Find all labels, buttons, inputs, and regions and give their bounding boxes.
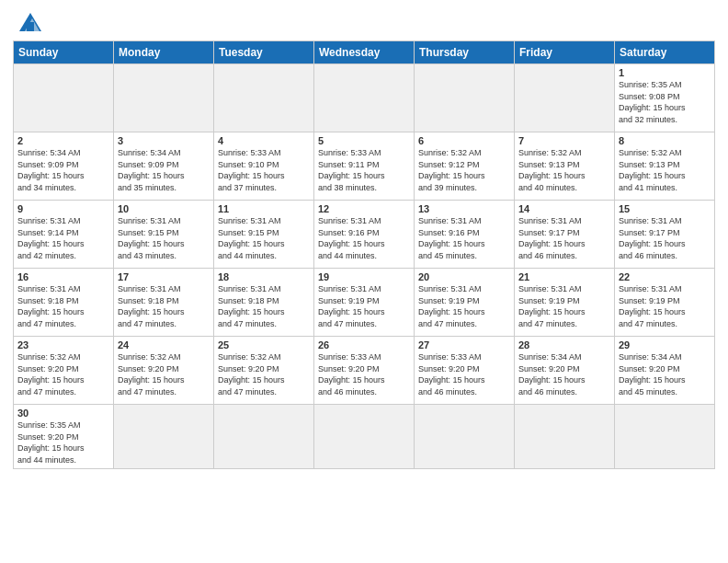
day-number: 20 xyxy=(418,271,510,282)
day-number: 23 xyxy=(17,339,109,350)
weekday-header-saturday: Saturday xyxy=(615,41,715,64)
day-info: Sunrise: 5:33 AM Sunset: 9:20 PM Dayligh… xyxy=(318,351,410,397)
week-row-5: 23Sunrise: 5:32 AM Sunset: 9:20 PM Dayli… xyxy=(14,337,715,405)
day-cell xyxy=(214,64,314,132)
svg-rect-2 xyxy=(27,22,34,31)
day-cell: 21Sunrise: 5:31 AM Sunset: 9:19 PM Dayli… xyxy=(515,269,615,337)
day-number: 21 xyxy=(518,271,610,282)
day-info: Sunrise: 5:31 AM Sunset: 9:17 PM Dayligh… xyxy=(518,215,610,261)
day-info: Sunrise: 5:31 AM Sunset: 9:19 PM Dayligh… xyxy=(518,283,610,329)
day-cell xyxy=(314,405,415,469)
day-cell: 1Sunrise: 5:35 AM Sunset: 9:08 PM Daylig… xyxy=(615,64,715,132)
day-number: 5 xyxy=(318,135,410,146)
day-number: 9 xyxy=(17,203,109,214)
day-number: 14 xyxy=(518,203,610,214)
day-cell: 5Sunrise: 5:33 AM Sunset: 9:11 PM Daylig… xyxy=(314,132,415,201)
day-number: 8 xyxy=(619,135,711,146)
day-cell: 9Sunrise: 5:31 AM Sunset: 9:14 PM Daylig… xyxy=(14,201,114,269)
weekday-header-row: SundayMondayTuesdayWednesdayThursdayFrid… xyxy=(14,41,715,64)
day-info: Sunrise: 5:31 AM Sunset: 9:16 PM Dayligh… xyxy=(418,215,510,261)
day-number: 22 xyxy=(619,271,711,282)
day-cell: 12Sunrise: 5:31 AM Sunset: 9:16 PM Dayli… xyxy=(314,201,415,269)
day-info: Sunrise: 5:31 AM Sunset: 9:19 PM Dayligh… xyxy=(418,283,510,329)
day-cell: 3Sunrise: 5:34 AM Sunset: 9:09 PM Daylig… xyxy=(114,132,214,201)
calendar-table: SundayMondayTuesdayWednesdayThursdayFrid… xyxy=(13,40,715,469)
day-cell: 25Sunrise: 5:32 AM Sunset: 9:20 PM Dayli… xyxy=(214,337,314,405)
day-cell: 29Sunrise: 5:34 AM Sunset: 9:20 PM Dayli… xyxy=(615,337,715,405)
logo-icon xyxy=(16,9,45,35)
day-cell: 27Sunrise: 5:33 AM Sunset: 9:20 PM Dayli… xyxy=(415,337,515,405)
day-cell: 20Sunrise: 5:31 AM Sunset: 9:19 PM Dayli… xyxy=(415,269,515,337)
day-info: Sunrise: 5:34 AM Sunset: 9:09 PM Dayligh… xyxy=(118,147,210,193)
week-row-2: 2Sunrise: 5:34 AM Sunset: 9:09 PM Daylig… xyxy=(14,132,715,201)
day-info: Sunrise: 5:31 AM Sunset: 9:16 PM Dayligh… xyxy=(318,215,410,261)
day-number: 15 xyxy=(619,203,711,214)
day-number: 1 xyxy=(619,67,711,78)
day-info: Sunrise: 5:32 AM Sunset: 9:12 PM Dayligh… xyxy=(418,147,510,193)
day-number: 30 xyxy=(17,408,109,419)
day-number: 13 xyxy=(418,203,510,214)
week-row-1: 1Sunrise: 5:35 AM Sunset: 9:08 PM Daylig… xyxy=(14,64,715,132)
day-cell xyxy=(14,64,114,132)
day-info: Sunrise: 5:31 AM Sunset: 9:15 PM Dayligh… xyxy=(118,215,210,261)
weekday-header-monday: Monday xyxy=(114,41,214,64)
day-cell: 17Sunrise: 5:31 AM Sunset: 9:18 PM Dayli… xyxy=(114,269,214,337)
weekday-header-thursday: Thursday xyxy=(415,41,515,64)
weekday-header-sunday: Sunday xyxy=(14,41,114,64)
day-info: Sunrise: 5:33 AM Sunset: 9:11 PM Dayligh… xyxy=(318,147,410,193)
day-number: 27 xyxy=(418,339,510,350)
day-number: 7 xyxy=(518,135,610,146)
weekday-header-tuesday: Tuesday xyxy=(214,41,314,64)
day-info: Sunrise: 5:31 AM Sunset: 9:19 PM Dayligh… xyxy=(318,283,410,329)
day-info: Sunrise: 5:32 AM Sunset: 9:13 PM Dayligh… xyxy=(518,147,610,193)
day-info: Sunrise: 5:33 AM Sunset: 9:10 PM Dayligh… xyxy=(218,147,310,193)
day-cell xyxy=(515,64,615,132)
calendar-header xyxy=(13,9,715,35)
day-info: Sunrise: 5:31 AM Sunset: 9:19 PM Dayligh… xyxy=(619,283,711,329)
day-cell: 6Sunrise: 5:32 AM Sunset: 9:12 PM Daylig… xyxy=(415,132,515,201)
day-info: Sunrise: 5:31 AM Sunset: 9:18 PM Dayligh… xyxy=(218,283,310,329)
day-cell: 19Sunrise: 5:31 AM Sunset: 9:19 PM Dayli… xyxy=(314,269,415,337)
day-cell: 30Sunrise: 5:35 AM Sunset: 9:20 PM Dayli… xyxy=(14,405,114,469)
day-number: 3 xyxy=(118,135,210,146)
day-cell: 24Sunrise: 5:32 AM Sunset: 9:20 PM Dayli… xyxy=(114,337,214,405)
day-number: 26 xyxy=(318,339,410,350)
logo xyxy=(13,9,45,35)
day-cell: 18Sunrise: 5:31 AM Sunset: 9:18 PM Dayli… xyxy=(214,269,314,337)
day-number: 24 xyxy=(118,339,210,350)
weekday-header-friday: Friday xyxy=(515,41,615,64)
day-cell: 14Sunrise: 5:31 AM Sunset: 9:17 PM Dayli… xyxy=(515,201,615,269)
day-number: 25 xyxy=(218,339,310,350)
day-info: Sunrise: 5:32 AM Sunset: 9:20 PM Dayligh… xyxy=(118,351,210,397)
day-info: Sunrise: 5:31 AM Sunset: 9:17 PM Dayligh… xyxy=(619,215,711,261)
day-info: Sunrise: 5:34 AM Sunset: 9:09 PM Dayligh… xyxy=(17,147,109,193)
day-cell: 15Sunrise: 5:31 AM Sunset: 9:17 PM Dayli… xyxy=(615,201,715,269)
day-cell: 23Sunrise: 5:32 AM Sunset: 9:20 PM Dayli… xyxy=(14,337,114,405)
calendar-page: SundayMondayTuesdayWednesdayThursdayFrid… xyxy=(0,0,728,478)
day-cell: 13Sunrise: 5:31 AM Sunset: 9:16 PM Dayli… xyxy=(415,201,515,269)
day-cell: 16Sunrise: 5:31 AM Sunset: 9:18 PM Dayli… xyxy=(14,269,114,337)
day-cell: 10Sunrise: 5:31 AM Sunset: 9:15 PM Dayli… xyxy=(114,201,214,269)
day-number: 10 xyxy=(118,203,210,214)
day-cell: 2Sunrise: 5:34 AM Sunset: 9:09 PM Daylig… xyxy=(14,132,114,201)
day-cell: 26Sunrise: 5:33 AM Sunset: 9:20 PM Dayli… xyxy=(314,337,415,405)
day-cell: 22Sunrise: 5:31 AM Sunset: 9:19 PM Dayli… xyxy=(615,269,715,337)
day-cell: 11Sunrise: 5:31 AM Sunset: 9:15 PM Dayli… xyxy=(214,201,314,269)
day-number: 12 xyxy=(318,203,410,214)
day-cell: 7Sunrise: 5:32 AM Sunset: 9:13 PM Daylig… xyxy=(515,132,615,201)
day-info: Sunrise: 5:34 AM Sunset: 9:20 PM Dayligh… xyxy=(619,351,711,397)
day-number: 11 xyxy=(218,203,310,214)
day-number: 4 xyxy=(218,135,310,146)
day-info: Sunrise: 5:31 AM Sunset: 9:18 PM Dayligh… xyxy=(118,283,210,329)
day-cell: 8Sunrise: 5:32 AM Sunset: 9:13 PM Daylig… xyxy=(615,132,715,201)
day-info: Sunrise: 5:31 AM Sunset: 9:18 PM Dayligh… xyxy=(17,283,109,329)
day-info: Sunrise: 5:34 AM Sunset: 9:20 PM Dayligh… xyxy=(518,351,610,397)
week-row-3: 9Sunrise: 5:31 AM Sunset: 9:14 PM Daylig… xyxy=(14,201,715,269)
day-cell xyxy=(515,405,615,469)
day-number: 19 xyxy=(318,271,410,282)
week-row-6: 30Sunrise: 5:35 AM Sunset: 9:20 PM Dayli… xyxy=(14,405,715,469)
day-cell: 28Sunrise: 5:34 AM Sunset: 9:20 PM Dayli… xyxy=(515,337,615,405)
day-info: Sunrise: 5:32 AM Sunset: 9:20 PM Dayligh… xyxy=(218,351,310,397)
day-cell xyxy=(214,405,314,469)
day-cell: 4Sunrise: 5:33 AM Sunset: 9:10 PM Daylig… xyxy=(214,132,314,201)
